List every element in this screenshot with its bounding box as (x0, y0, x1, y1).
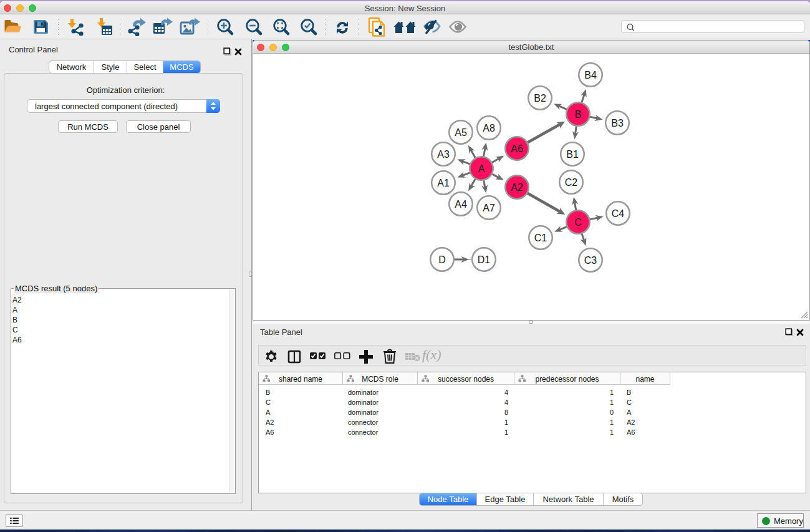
svg-text:A3: A3 (437, 149, 450, 160)
svg-text:C3: C3 (584, 255, 597, 266)
svg-text:A4: A4 (455, 199, 467, 210)
svg-text:A6: A6 (511, 143, 523, 154)
svg-text:D: D (438, 254, 446, 265)
svg-text:B1: B1 (566, 149, 579, 160)
svg-text:A8: A8 (483, 123, 495, 133)
svg-text:C: C (574, 217, 582, 228)
svg-text:A5: A5 (455, 127, 467, 138)
svg-text:A1: A1 (437, 178, 450, 188)
svg-text:B: B (575, 109, 582, 120)
svg-text:C1: C1 (534, 233, 547, 243)
svg-text:B3: B3 (611, 118, 624, 128)
svg-text:B2: B2 (534, 93, 546, 104)
svg-text:A2: A2 (511, 182, 523, 193)
svg-text:A7: A7 (483, 203, 495, 213)
svg-text:D1: D1 (478, 254, 491, 265)
svg-text:C4: C4 (612, 208, 625, 219)
svg-text:C2: C2 (565, 177, 578, 188)
svg-text:A: A (478, 163, 485, 174)
svg-text:B4: B4 (584, 70, 597, 80)
